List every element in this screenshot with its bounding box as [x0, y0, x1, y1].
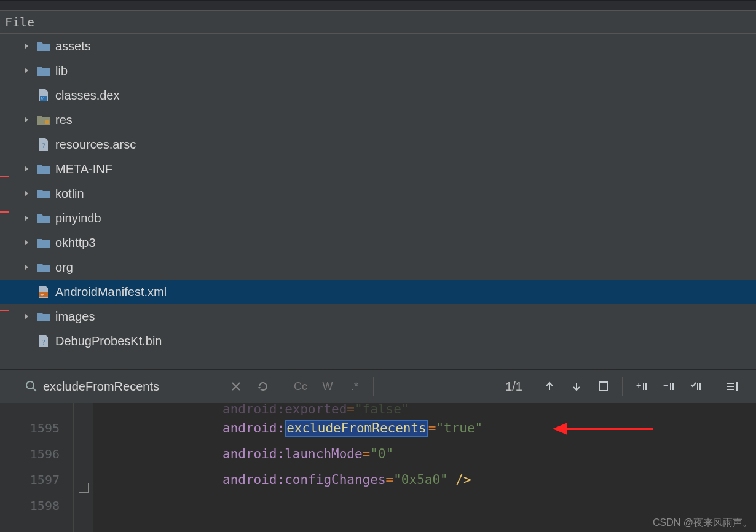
tree-label: DebugProbesKt.bin	[55, 334, 162, 348]
search-icon	[25, 380, 38, 393]
code-editor[interactable]: 1595 1596 1597 1598 android:exported="fa…	[0, 403, 756, 532]
folder-icon	[37, 187, 50, 200]
xml-file-icon: <>	[37, 285, 50, 299]
folder-icon	[37, 64, 50, 77]
header-col-2[interactable]	[677, 11, 756, 33]
next-match-button[interactable]	[565, 375, 588, 397]
regex-toggle[interactable]: .*	[344, 375, 366, 397]
chevron-right-icon[interactable]	[21, 237, 32, 248]
tree-item-classes-dex[interactable]: 01 classes.dex	[0, 83, 756, 108]
prev-match-button[interactable]	[538, 375, 561, 397]
chevron-right-icon[interactable]	[21, 114, 32, 125]
match-count: 1/1	[505, 380, 522, 394]
line-number: 1595	[0, 415, 60, 441]
line-gutter: 1595 1596 1597 1598	[0, 403, 74, 532]
tree-label: kotlin	[55, 187, 84, 201]
search-input[interactable]	[43, 380, 203, 394]
tree-item-assets[interactable]: assets	[0, 34, 756, 58]
separator	[373, 377, 374, 396]
select-all-button[interactable]	[684, 375, 706, 397]
folder-icon	[37, 211, 50, 225]
code-content[interactable]: android:exported="false" android:exclude…	[93, 403, 756, 532]
line-number: 1596	[0, 441, 60, 467]
tree-item-androidmanifest[interactable]: <> AndroidManifest.xml	[0, 280, 756, 304]
header-col-file[interactable]: File	[0, 11, 677, 33]
tree-item-okhttp3[interactable]: okhttp3	[0, 230, 756, 255]
select-all-occurrences-button[interactable]	[593, 375, 615, 397]
tree-item-org[interactable]: org	[0, 255, 756, 280]
words-toggle[interactable]: W	[317, 375, 339, 397]
code-line[interactable]: android:launchMode="0"	[93, 441, 756, 467]
title-bar-spacer	[0, 0, 756, 10]
svg-rect-11	[599, 382, 608, 391]
chevron-right-icon[interactable]	[21, 262, 32, 273]
svg-text:01: 01	[41, 96, 45, 101]
separator	[714, 377, 714, 396]
binary-file-icon: 01	[37, 88, 50, 102]
remove-selection-button[interactable]: −	[657, 375, 679, 397]
res-folder-icon	[37, 113, 50, 127]
tree-item-meta-inf[interactable]: META-INF	[0, 157, 756, 181]
tree-label: resources.arsc	[55, 138, 136, 152]
unknown-file-icon: ?	[37, 334, 50, 348]
svg-text:+: +	[636, 380, 641, 390]
header-col-label: File	[5, 15, 34, 29]
tree-item-debugprobes[interactable]: ? DebugProbesKt.bin	[0, 329, 756, 353]
clear-search-button[interactable]	[225, 375, 247, 397]
filter-button[interactable]	[722, 375, 744, 397]
svg-text:−: −	[663, 380, 668, 390]
chevron-right-icon[interactable]	[21, 65, 32, 76]
tree-item-resources-arsc[interactable]: ? resources.arsc	[0, 132, 756, 157]
chevron-right-icon[interactable]	[21, 213, 32, 224]
find-bar: Cc W .* 1/1 + −	[0, 369, 756, 403]
watermark: CSDN @夜来风雨声。	[653, 517, 752, 530]
code-line[interactable]: android:exported="false"	[93, 403, 756, 415]
code-line[interactable]: android:excludeFromRecents="true"	[93, 415, 756, 441]
svg-point-7	[26, 381, 34, 389]
change-marker	[0, 211, 9, 213]
line-number	[0, 403, 60, 415]
project-tree[interactable]: assets lib 01 classes.dex res ? resource…	[0, 34, 756, 369]
tree-label: lib	[55, 64, 68, 78]
code-line[interactable]	[93, 493, 756, 518]
separator	[282, 377, 282, 396]
svg-text:?: ?	[42, 143, 45, 149]
svg-text:<>: <>	[40, 292, 45, 297]
tree-label: classes.dex	[55, 88, 120, 103]
folder-icon	[37, 310, 50, 323]
tree-label: pinyindb	[55, 211, 101, 225]
line-number: 1597	[0, 467, 60, 493]
separator	[622, 377, 623, 396]
folder-icon	[37, 260, 50, 274]
tree-label: AndroidManifest.xml	[55, 285, 167, 299]
tree-header: File	[0, 10, 756, 34]
match-case-toggle[interactable]: Cc	[289, 375, 312, 397]
code-line[interactable]: android:configChanges="0x5a0" />	[93, 467, 756, 493]
chevron-right-icon[interactable]	[21, 41, 32, 52]
tree-label: res	[55, 113, 73, 127]
tree-label: org	[55, 260, 73, 275]
tree-label: assets	[55, 39, 91, 53]
svg-line-8	[33, 388, 36, 391]
tree-label: images	[55, 310, 95, 324]
folder-icon	[37, 162, 50, 176]
chevron-right-icon[interactable]	[21, 163, 32, 174]
change-marker	[0, 176, 9, 177]
chevron-right-icon[interactable]	[21, 311, 32, 322]
folder-icon	[37, 236, 50, 249]
folder-icon	[37, 39, 50, 53]
svg-rect-2	[45, 120, 49, 124]
unknown-file-icon: ?	[37, 138, 50, 151]
chevron-right-icon[interactable]	[21, 188, 32, 199]
tree-item-lib[interactable]: lib	[0, 58, 756, 83]
tree-item-images[interactable]: images	[0, 304, 756, 329]
search-history-button[interactable]	[252, 375, 274, 397]
tree-label: okhttp3	[55, 236, 96, 250]
fold-gutter[interactable]	[74, 403, 93, 532]
tree-item-res[interactable]: res	[0, 108, 756, 132]
tree-item-kotlin[interactable]: kotlin	[0, 181, 756, 206]
add-selection-button[interactable]: +	[630, 375, 652, 397]
tree-item-pinyindb[interactable]: pinyindb	[0, 206, 756, 230]
search-match: excludeFromRecents	[285, 420, 428, 437]
fold-marker-icon[interactable]	[79, 483, 89, 493]
